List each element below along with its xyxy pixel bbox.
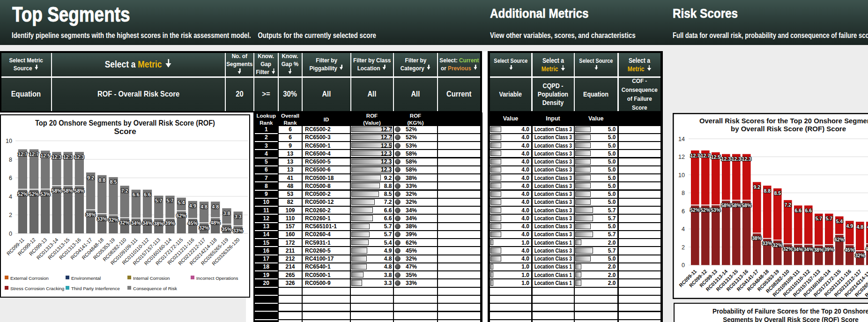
svg-text:9.2: 9.2 <box>753 184 760 190</box>
svg-text:33%: 33% <box>762 240 772 246</box>
svg-text:12.7: 12.7 <box>690 153 700 158</box>
svg-text:39%: 39% <box>824 247 834 252</box>
svg-text:by Overall Risk Score (ROF) Sc: by Overall Risk Score (ROF) Score <box>731 125 846 133</box>
svg-text:58%: 58% <box>74 187 84 193</box>
svg-text:58%: 58% <box>721 202 731 208</box>
svg-text:33%: 33% <box>233 228 243 233</box>
svg-text:8.8: 8.8 <box>98 177 105 183</box>
svg-text:6: 6 <box>682 208 685 215</box>
svg-text:32%: 32% <box>855 253 865 258</box>
svg-text:0: 0 <box>9 230 12 237</box>
svg-text:48%: 48% <box>865 246 868 252</box>
svg-text:39%: 39% <box>165 220 175 226</box>
svg-text:Overall Risk Scores for the To: Overall Risk Scores for the Top 20 Onsho… <box>699 117 868 125</box>
svg-text:32%: 32% <box>772 242 783 248</box>
svg-text:5.7: 5.7 <box>825 216 832 221</box>
svg-text:4.8: 4.8 <box>856 224 863 230</box>
svg-text:34%: 34% <box>142 220 153 225</box>
svg-text:12.7: 12.7 <box>18 151 28 157</box>
svg-text:45%: 45% <box>845 247 855 253</box>
svg-text:8: 8 <box>682 190 685 196</box>
svg-text:58%: 58% <box>63 187 73 193</box>
svg-text:5.7: 5.7 <box>155 198 162 203</box>
svg-text:3.8: 3.8 <box>223 210 230 216</box>
svg-text:Top 20 Onshore Segments by Ove: Top 20 Onshore Segments by Overall Risk … <box>35 119 215 127</box>
svg-text:Score: Score <box>114 127 136 136</box>
svg-text:12.3: 12.3 <box>52 154 61 159</box>
svg-text:45%: 45% <box>187 220 198 226</box>
svg-text:34%: 34% <box>131 220 141 225</box>
svg-text:Environmental: Environmental <box>71 275 101 280</box>
svg-text:12.7: 12.7 <box>29 151 39 157</box>
svg-text:Incorrect Operations: Incorrect Operations <box>196 275 238 280</box>
svg-text:12.5: 12.5 <box>711 154 720 160</box>
svg-text:12.7: 12.7 <box>700 153 710 158</box>
svg-text:4.8: 4.8 <box>200 203 208 209</box>
svg-text:62%: 62% <box>834 237 845 242</box>
svg-text:6.6: 6.6 <box>133 192 140 197</box>
svg-text:58%: 58% <box>742 202 752 208</box>
svg-text:10: 10 <box>678 172 685 179</box>
svg-text:5.4: 5.4 <box>836 218 843 224</box>
svg-text:14: 14 <box>678 136 685 142</box>
svg-text:8: 8 <box>9 156 12 163</box>
svg-text:52%: 52% <box>700 207 711 213</box>
svg-text:32%: 32% <box>108 217 119 223</box>
svg-text:4.9: 4.9 <box>846 223 853 229</box>
svg-text:0: 0 <box>682 262 685 269</box>
svg-text:32%: 32% <box>783 246 793 252</box>
svg-text:8.8: 8.8 <box>764 188 771 194</box>
svg-text:32%: 32% <box>119 219 130 225</box>
svg-text:12: 12 <box>678 154 685 160</box>
svg-text:6.6: 6.6 <box>794 208 801 213</box>
svg-text:Internal Corrosion: Internal Corrosion <box>133 275 170 280</box>
svg-text:53%: 53% <box>711 207 721 213</box>
svg-text:53%: 53% <box>40 191 51 196</box>
svg-text:48%: 48% <box>210 219 221 225</box>
svg-text:33%: 33% <box>97 216 107 221</box>
svg-text:38%: 38% <box>154 220 164 226</box>
svg-text:12.3: 12.3 <box>74 154 84 159</box>
svg-text:12.3: 12.3 <box>731 156 741 162</box>
svg-text:12.5: 12.5 <box>40 152 50 158</box>
svg-text:32%: 32% <box>199 225 209 230</box>
svg-text:Third Party Interference: Third Party Interference <box>71 285 120 291</box>
svg-text:7.2: 7.2 <box>121 187 128 193</box>
svg-text:38%: 38% <box>86 212 96 217</box>
svg-text:58%: 58% <box>52 187 62 193</box>
svg-text:12.3: 12.3 <box>742 156 751 162</box>
svg-text:2: 2 <box>682 244 685 251</box>
svg-text:8.5: 8.5 <box>110 179 117 185</box>
svg-text:9.2: 9.2 <box>87 174 94 180</box>
svg-text:4: 4 <box>682 226 685 232</box>
svg-text:10: 10 <box>6 138 12 144</box>
svg-text:5.7: 5.7 <box>166 198 173 203</box>
svg-text:52%: 52% <box>690 207 700 213</box>
svg-text:5.4: 5.4 <box>178 200 185 205</box>
svg-text:58%: 58% <box>731 202 742 208</box>
svg-text:12.3: 12.3 <box>721 156 731 162</box>
svg-text:38%: 38% <box>752 235 762 241</box>
svg-text:Stress Corrosion Cracking: Stress Corrosion Cracking <box>10 285 64 291</box>
svg-text:7.2: 7.2 <box>784 202 791 208</box>
svg-text:38%: 38% <box>814 247 824 253</box>
svg-text:35%: 35% <box>222 226 232 232</box>
svg-text:External Corrosion: External Corrosion <box>10 275 49 280</box>
svg-text:2: 2 <box>9 212 12 218</box>
svg-text:3.3: 3.3 <box>235 213 242 219</box>
svg-text:4.9: 4.9 <box>189 203 196 209</box>
svg-text:5.7: 5.7 <box>815 216 822 221</box>
svg-text:52%: 52% <box>29 191 39 197</box>
svg-text:4: 4 <box>9 193 12 200</box>
svg-text:34%: 34% <box>793 247 803 252</box>
svg-text:52%: 52% <box>18 191 28 197</box>
svg-text:6.6: 6.6 <box>805 208 812 213</box>
svg-text:12.3: 12.3 <box>63 154 73 159</box>
svg-text:6.6: 6.6 <box>144 192 151 197</box>
svg-text:4.8: 4.8 <box>212 203 219 209</box>
svg-text:8.5: 8.5 <box>774 190 781 196</box>
svg-text:6: 6 <box>9 175 12 181</box>
svg-text:34%: 34% <box>803 247 814 252</box>
svg-text:Consequence of Risk: Consequence of Risk <box>133 285 177 291</box>
svg-text:62%: 62% <box>176 213 186 218</box>
